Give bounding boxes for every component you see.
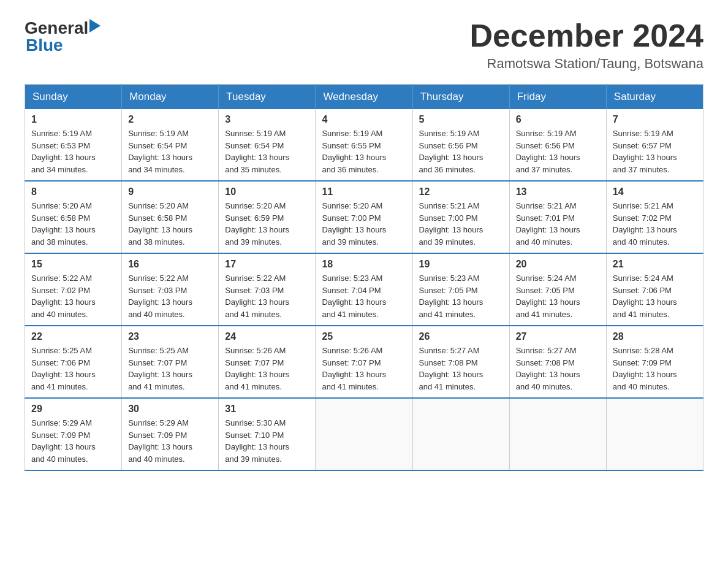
day-info: Sunrise: 5:20 AM Sunset: 6:59 PM Dayligh…	[225, 200, 309, 248]
day-info: Sunrise: 5:23 AM Sunset: 7:05 PM Dayligh…	[419, 272, 503, 320]
calendar-cell: 1 Sunrise: 5:19 AM Sunset: 6:53 PM Dayli…	[25, 109, 122, 181]
page-header: General Blue December 2024 Ramotswa Stat…	[25, 18, 703, 72]
calendar-cell: 21 Sunrise: 5:24 AM Sunset: 7:06 PM Dayl…	[606, 253, 703, 326]
title-section: December 2024 Ramotswa Station/Taung, Bo…	[469, 18, 703, 72]
day-info: Sunrise: 5:29 AM Sunset: 7:09 PM Dayligh…	[128, 417, 212, 465]
day-info: Sunrise: 5:19 AM Sunset: 6:53 PM Dayligh…	[31, 128, 115, 175]
calendar-table: SundayMondayTuesdayWednesdayThursdayFrid…	[25, 84, 703, 471]
calendar-header-tuesday: Tuesday	[219, 85, 316, 110]
calendar-cell	[606, 398, 703, 470]
calendar-cell: 3 Sunrise: 5:19 AM Sunset: 6:54 PM Dayli…	[219, 109, 316, 181]
day-info: Sunrise: 5:29 AM Sunset: 7:09 PM Dayligh…	[31, 417, 115, 465]
day-info: Sunrise: 5:27 AM Sunset: 7:08 PM Dayligh…	[419, 345, 503, 393]
day-number: 23	[128, 331, 212, 342]
day-number: 24	[225, 331, 309, 342]
day-number: 11	[322, 186, 406, 197]
calendar-cell: 17 Sunrise: 5:22 AM Sunset: 7:03 PM Dayl…	[219, 253, 316, 326]
day-info: Sunrise: 5:19 AM Sunset: 6:56 PM Dayligh…	[419, 128, 503, 175]
calendar-cell: 26 Sunrise: 5:27 AM Sunset: 7:08 PM Dayl…	[412, 326, 509, 398]
calendar-cell: 30 Sunrise: 5:29 AM Sunset: 7:09 PM Dayl…	[122, 398, 219, 470]
calendar-cell: 11 Sunrise: 5:20 AM Sunset: 7:00 PM Dayl…	[316, 181, 412, 253]
day-info: Sunrise: 5:21 AM Sunset: 7:01 PM Dayligh…	[516, 200, 600, 248]
calendar-cell: 24 Sunrise: 5:26 AM Sunset: 7:07 PM Dayl…	[219, 326, 316, 398]
day-number: 14	[613, 186, 697, 197]
day-info: Sunrise: 5:20 AM Sunset: 6:58 PM Dayligh…	[128, 200, 212, 248]
day-number: 19	[419, 259, 503, 270]
calendar-cell: 22 Sunrise: 5:25 AM Sunset: 7:06 PM Dayl…	[25, 326, 122, 398]
calendar-cell: 18 Sunrise: 5:23 AM Sunset: 7:04 PM Dayl…	[316, 253, 412, 326]
day-info: Sunrise: 5:26 AM Sunset: 7:07 PM Dayligh…	[322, 345, 406, 393]
day-info: Sunrise: 5:20 AM Sunset: 7:00 PM Dayligh…	[322, 200, 406, 248]
calendar-cell: 19 Sunrise: 5:23 AM Sunset: 7:05 PM Dayl…	[412, 253, 509, 326]
logo-blue-text: Blue	[26, 36, 63, 55]
day-info: Sunrise: 5:19 AM Sunset: 6:54 PM Dayligh…	[225, 128, 309, 175]
calendar-cell	[316, 398, 412, 470]
day-info: Sunrise: 5:25 AM Sunset: 7:07 PM Dayligh…	[128, 345, 212, 393]
day-info: Sunrise: 5:19 AM Sunset: 6:56 PM Dayligh…	[516, 128, 600, 175]
day-number: 18	[322, 259, 406, 270]
calendar-header-friday: Friday	[509, 85, 606, 110]
calendar-week-row: 15 Sunrise: 5:22 AM Sunset: 7:02 PM Dayl…	[25, 253, 703, 326]
day-info: Sunrise: 5:23 AM Sunset: 7:04 PM Dayligh…	[322, 272, 406, 320]
day-number: 15	[31, 259, 115, 270]
day-info: Sunrise: 5:19 AM Sunset: 6:57 PM Dayligh…	[613, 128, 697, 175]
calendar-cell: 25 Sunrise: 5:26 AM Sunset: 7:07 PM Dayl…	[316, 326, 412, 398]
svg-marker-0	[89, 19, 100, 33]
day-info: Sunrise: 5:19 AM Sunset: 6:55 PM Dayligh…	[322, 128, 406, 175]
month-title: December 2024	[469, 18, 703, 53]
day-info: Sunrise: 5:22 AM Sunset: 7:03 PM Dayligh…	[225, 272, 309, 320]
day-number: 9	[128, 186, 212, 197]
day-number: 30	[128, 404, 212, 415]
day-number: 8	[31, 186, 115, 197]
calendar-cell: 28 Sunrise: 5:28 AM Sunset: 7:09 PM Dayl…	[606, 326, 703, 398]
day-number: 17	[225, 259, 309, 270]
calendar-week-row: 29 Sunrise: 5:29 AM Sunset: 7:09 PM Dayl…	[25, 398, 703, 470]
calendar-cell: 13 Sunrise: 5:21 AM Sunset: 7:01 PM Dayl…	[509, 181, 606, 253]
location-title: Ramotswa Station/Taung, Botswana	[469, 56, 703, 72]
day-number: 6	[516, 114, 600, 125]
calendar-cell: 4 Sunrise: 5:19 AM Sunset: 6:55 PM Dayli…	[316, 109, 412, 181]
calendar-header-row: SundayMondayTuesdayWednesdayThursdayFrid…	[25, 85, 703, 110]
day-number: 26	[419, 331, 503, 342]
day-number: 12	[419, 186, 503, 197]
day-number: 27	[516, 331, 600, 342]
day-number: 1	[31, 114, 115, 125]
day-number: 29	[31, 404, 115, 415]
day-number: 16	[128, 259, 212, 270]
day-info: Sunrise: 5:26 AM Sunset: 7:07 PM Dayligh…	[225, 345, 309, 393]
day-info: Sunrise: 5:30 AM Sunset: 7:10 PM Dayligh…	[225, 417, 309, 465]
day-info: Sunrise: 5:24 AM Sunset: 7:06 PM Dayligh…	[613, 272, 697, 320]
day-number: 25	[322, 331, 406, 342]
day-number: 2	[128, 114, 212, 125]
day-info: Sunrise: 5:19 AM Sunset: 6:54 PM Dayligh…	[128, 128, 212, 175]
day-number: 20	[516, 259, 600, 270]
calendar-cell: 12 Sunrise: 5:21 AM Sunset: 7:00 PM Dayl…	[412, 181, 509, 253]
day-info: Sunrise: 5:25 AM Sunset: 7:06 PM Dayligh…	[31, 345, 115, 393]
calendar-cell: 14 Sunrise: 5:21 AM Sunset: 7:02 PM Dayl…	[606, 181, 703, 253]
logo-triangle-icon	[89, 19, 100, 33]
calendar-week-row: 22 Sunrise: 5:25 AM Sunset: 7:06 PM Dayl…	[25, 326, 703, 398]
day-info: Sunrise: 5:22 AM Sunset: 7:03 PM Dayligh…	[128, 272, 212, 320]
day-number: 21	[613, 259, 697, 270]
logo: General Blue	[25, 18, 100, 55]
calendar-cell: 8 Sunrise: 5:20 AM Sunset: 6:58 PM Dayli…	[25, 181, 122, 253]
calendar-cell: 2 Sunrise: 5:19 AM Sunset: 6:54 PM Dayli…	[122, 109, 219, 181]
calendar-cell: 20 Sunrise: 5:24 AM Sunset: 7:05 PM Dayl…	[509, 253, 606, 326]
day-number: 28	[613, 331, 697, 342]
calendar-header-thursday: Thursday	[412, 85, 509, 110]
calendar-header-sunday: Sunday	[25, 85, 122, 110]
day-number: 7	[613, 114, 697, 125]
calendar-cell: 16 Sunrise: 5:22 AM Sunset: 7:03 PM Dayl…	[122, 253, 219, 326]
calendar-cell: 27 Sunrise: 5:27 AM Sunset: 7:08 PM Dayl…	[509, 326, 606, 398]
day-info: Sunrise: 5:21 AM Sunset: 7:00 PM Dayligh…	[419, 200, 503, 248]
calendar-cell	[412, 398, 509, 470]
calendar-cell: 29 Sunrise: 5:29 AM Sunset: 7:09 PM Dayl…	[25, 398, 122, 470]
calendar-cell: 7 Sunrise: 5:19 AM Sunset: 6:57 PM Dayli…	[606, 109, 703, 181]
day-info: Sunrise: 5:22 AM Sunset: 7:02 PM Dayligh…	[31, 272, 115, 320]
day-number: 5	[419, 114, 503, 125]
calendar-cell: 15 Sunrise: 5:22 AM Sunset: 7:02 PM Dayl…	[25, 253, 122, 326]
day-number: 3	[225, 114, 309, 125]
day-info: Sunrise: 5:28 AM Sunset: 7:09 PM Dayligh…	[613, 345, 697, 393]
day-info: Sunrise: 5:21 AM Sunset: 7:02 PM Dayligh…	[613, 200, 697, 248]
calendar-cell: 9 Sunrise: 5:20 AM Sunset: 6:58 PM Dayli…	[122, 181, 219, 253]
